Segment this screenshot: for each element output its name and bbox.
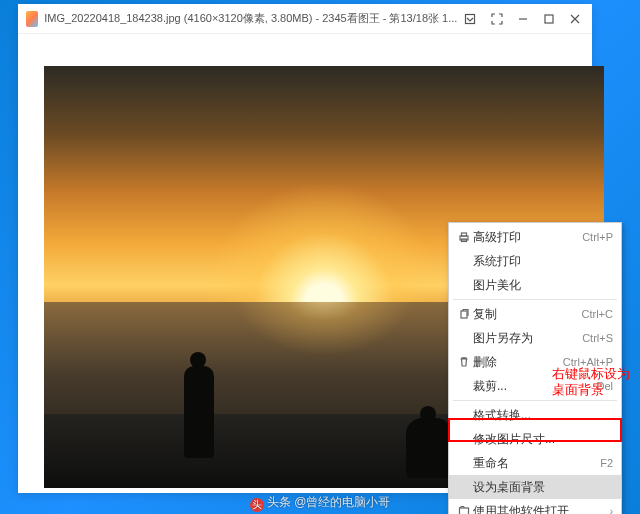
menu-item[interactable]: 图片另存为Ctrl+S xyxy=(449,326,621,350)
svg-rect-5 xyxy=(461,311,467,318)
menu-item-label: 使用其他软件打开 xyxy=(473,503,606,515)
menu-item-label: 重命名 xyxy=(473,455,596,472)
watermark-logo: 头 xyxy=(250,498,264,512)
menu-item-label: 图片另存为 xyxy=(473,330,578,347)
context-menu: 高级打印Ctrl+P系统打印图片美化复制Ctrl+C图片另存为Ctrl+S删除C… xyxy=(448,222,622,514)
menu-item-label: 格式转换... xyxy=(473,407,613,424)
menu-item-shortcut: F2 xyxy=(600,457,613,469)
svg-rect-1 xyxy=(545,15,553,23)
copy-icon xyxy=(455,308,473,320)
menu-separator xyxy=(453,299,617,300)
menu-item[interactable]: 高级打印Ctrl+P xyxy=(449,225,621,249)
open-ext-icon xyxy=(455,505,473,514)
menu-item[interactable]: 格式转换... xyxy=(449,403,621,427)
menu-item-label: 复制 xyxy=(473,306,578,323)
dropdown-button[interactable] xyxy=(457,4,483,34)
menu-item-label: 删除 xyxy=(473,354,559,371)
menu-item-label: 图片美化 xyxy=(473,277,613,294)
menu-item[interactable]: 删除Ctrl+Alt+P xyxy=(449,350,621,374)
menu-item-shortcut: Ctrl+C xyxy=(582,308,613,320)
menu-item[interactable]: 系统打印 xyxy=(449,249,621,273)
menu-item[interactable]: 修改图片尺寸... xyxy=(449,427,621,451)
menu-item-label: 高级打印 xyxy=(473,229,578,246)
title-bar: IMG_20220418_184238.jpg (4160×3120像素, 3.… xyxy=(18,4,592,34)
submenu-arrow-icon: › xyxy=(610,506,613,515)
menu-item-shortcut: Del xyxy=(596,380,613,392)
trash-icon xyxy=(455,356,473,368)
close-button[interactable] xyxy=(562,4,588,34)
menu-item[interactable]: 设为桌面背景 xyxy=(449,475,621,499)
menu-item[interactable]: 复制Ctrl+C xyxy=(449,302,621,326)
watermark-prefix: 头条 xyxy=(267,495,291,509)
svg-rect-3 xyxy=(462,233,467,236)
menu-item-label: 裁剪... xyxy=(473,378,592,395)
silhouette-person xyxy=(184,366,214,458)
menu-item-shortcut: Ctrl+Alt+P xyxy=(563,356,613,368)
svg-rect-6 xyxy=(460,508,469,514)
silhouette-person xyxy=(406,418,452,478)
menu-item-label: 设为桌面背景 xyxy=(473,479,613,496)
maximize-button[interactable] xyxy=(536,4,562,34)
menu-item-label: 系统打印 xyxy=(473,253,613,270)
app-icon xyxy=(26,11,38,27)
svg-rect-0 xyxy=(466,14,475,23)
window-title: IMG_20220418_184238.jpg (4160×3120像素, 3.… xyxy=(44,11,457,26)
menu-item[interactable]: 图片美化 xyxy=(449,273,621,297)
menu-item[interactable]: 重命名F2 xyxy=(449,451,621,475)
fullscreen-button[interactable] xyxy=(483,4,509,34)
menu-separator xyxy=(453,400,617,401)
menu-item[interactable]: 使用其他软件打开› xyxy=(449,499,621,514)
printer-icon xyxy=(455,231,473,243)
menu-item-shortcut: Ctrl+P xyxy=(582,231,613,243)
menu-item-label: 修改图片尺寸... xyxy=(473,431,613,448)
menu-item-shortcut: Ctrl+S xyxy=(582,332,613,344)
watermark-handle: @曾经的电脑小哥 xyxy=(294,495,390,509)
minimize-button[interactable] xyxy=(510,4,536,34)
menu-item[interactable]: 裁剪...Del xyxy=(449,374,621,398)
